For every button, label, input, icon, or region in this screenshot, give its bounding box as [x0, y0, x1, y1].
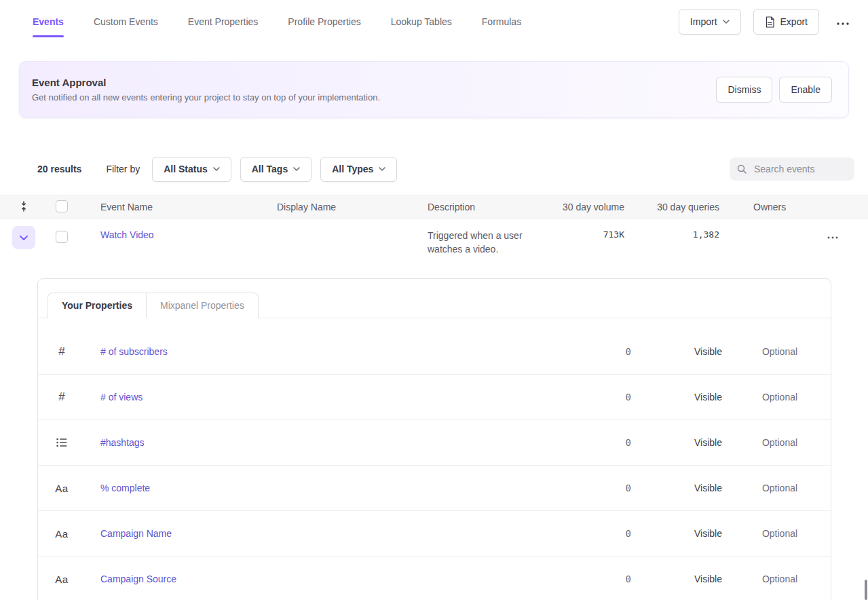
property-name-link[interactable]: Campaign Name	[100, 528, 172, 539]
list-type-icon	[56, 438, 67, 447]
property-visibility: Visible	[631, 437, 729, 448]
text-type-icon: Aa	[55, 528, 68, 540]
export-csv-icon	[765, 16, 775, 28]
tab-profile-properties[interactable]: Profile Properties	[288, 16, 360, 27]
column-header-description[interactable]: Description	[403, 202, 532, 212]
property-requirement: Optional	[729, 346, 831, 357]
filter-row: 20 results Filter by All Status All Tags…	[37, 156, 854, 182]
chevron-down-icon	[20, 236, 28, 240]
number-type-icon: #	[58, 345, 64, 358]
property-name-link[interactable]: Campaign Source	[100, 574, 176, 584]
tags-filter-label: All Tags	[252, 164, 288, 174]
text-type-icon: Aa	[55, 574, 68, 585]
tab-mixpanel-properties[interactable]: Mixpanel Properties	[146, 293, 258, 318]
import-button-label: Import	[690, 16, 717, 27]
types-filter-dropdown[interactable]: All Types	[320, 157, 397, 182]
import-button[interactable]: Import	[679, 9, 741, 35]
banner-text: Event Approval Get notified on all new e…	[32, 77, 380, 102]
results-count: 20 results	[37, 164, 81, 174]
search-icon	[736, 164, 747, 174]
queries-cell: 1,382	[624, 219, 719, 240]
property-requirement: Optional	[729, 392, 831, 402]
list-item: Aa Campaign Source 0 Visible Optional	[38, 557, 831, 600]
collapse-row-button[interactable]	[12, 226, 35, 249]
select-all-checkbox[interactable]	[56, 200, 68, 212]
tab-custom-events[interactable]: Custom Events	[94, 16, 158, 27]
row-checkbox[interactable]	[56, 231, 68, 243]
display-name-cell	[252, 219, 403, 229]
banner-actions: Dismiss Enable	[716, 77, 832, 102]
banner-subtitle: Get notified on all new events entering …	[32, 92, 380, 102]
property-name-link[interactable]: % complete	[100, 483, 150, 493]
search-events-input[interactable]	[753, 163, 848, 175]
property-name-link[interactable]: #hashtags	[100, 437, 145, 448]
column-header-queries[interactable]: 30 day queries	[624, 202, 719, 212]
property-count: 0	[566, 574, 631, 584]
collapse-all-button[interactable]	[18, 201, 29, 212]
chevron-down-icon	[379, 167, 385, 171]
ellipsis-icon	[827, 236, 838, 239]
filter-by-label: Filter by	[106, 164, 140, 174]
top-nav: Events Custom Events Event Properties Pr…	[0, 0, 868, 43]
property-visibility: Visible	[631, 528, 729, 539]
column-header-owners[interactable]: Owners	[719, 202, 797, 212]
description-cell: Triggered when a user watches a video.	[403, 219, 532, 256]
property-requirement: Optional	[729, 574, 831, 584]
chevron-down-icon	[723, 20, 730, 24]
tab-your-properties[interactable]: Your Properties	[48, 293, 146, 318]
tab-events[interactable]: Events	[33, 16, 64, 27]
search-box	[730, 157, 854, 181]
chevron-down-icon	[293, 167, 300, 171]
nav-tabs: Events Custom Events Event Properties Pr…	[33, 16, 521, 27]
list-item: # # of subscribers 0 Visible Optional	[38, 329, 831, 375]
column-header-display-name[interactable]: Display Name	[252, 202, 403, 212]
property-requirement: Optional	[729, 528, 831, 539]
properties-tabbar: Your Properties Mixpanel Properties	[38, 279, 831, 318]
tab-formulas[interactable]: Formulas	[482, 16, 521, 27]
chevron-down-icon	[213, 167, 220, 171]
more-options-button[interactable]	[831, 17, 854, 27]
table-row: Watch Video Triggered when a user watche…	[0, 219, 868, 261]
event-name-link[interactable]: Watch Video	[100, 229, 154, 240]
row-more-button[interactable]	[822, 231, 844, 241]
property-visibility: Visible	[631, 392, 729, 402]
table-header: Event Name Display Name Description 30 d…	[0, 195, 868, 219]
status-filter-dropdown[interactable]: All Status	[152, 157, 231, 182]
event-approval-banner: Event Approval Get notified on all new e…	[19, 61, 849, 118]
ellipsis-icon	[837, 22, 849, 25]
tab-lookup-tables[interactable]: Lookup Tables	[391, 16, 452, 27]
scrollbar-thumb[interactable]	[865, 580, 867, 600]
column-header-volume[interactable]: 30 day volume	[532, 202, 624, 212]
properties-list: # # of subscribers 0 Visible Optional # …	[38, 318, 831, 600]
dismiss-button[interactable]: Dismiss	[716, 77, 772, 102]
list-item: Aa Campaign Name 0 Visible Optional	[38, 511, 831, 557]
property-name-link[interactable]: # of views	[100, 392, 143, 402]
property-count: 0	[566, 483, 631, 493]
property-count: 0	[566, 392, 631, 402]
export-button-label: Export	[780, 16, 808, 27]
list-item: Aa % complete 0 Visible Optional	[38, 466, 831, 511]
property-name-link[interactable]: # of subscribers	[100, 346, 168, 357]
list-item: # # of views 0 Visible Optional	[38, 375, 831, 420]
status-filter-label: All Status	[164, 164, 208, 174]
tab-event-properties[interactable]: Event Properties	[188, 16, 259, 27]
property-requirement: Optional	[729, 483, 831, 493]
property-visibility: Visible	[631, 574, 729, 584]
property-requirement: Optional	[729, 437, 831, 448]
property-count: 0	[566, 346, 631, 357]
property-count: 0	[566, 437, 631, 448]
property-count: 0	[566, 528, 631, 539]
property-visibility: Visible	[631, 346, 729, 357]
column-header-event-name[interactable]: Event Name	[76, 202, 252, 212]
volume-cell: 713K	[532, 219, 624, 240]
property-visibility: Visible	[631, 483, 729, 493]
text-type-icon: Aa	[55, 483, 68, 494]
banner-title: Event Approval	[32, 77, 380, 88]
enable-button[interactable]: Enable	[779, 77, 832, 102]
export-button[interactable]: Export	[753, 9, 819, 35]
tags-filter-dropdown[interactable]: All Tags	[240, 157, 312, 182]
properties-tab-group: Your Properties Mixpanel Properties	[48, 293, 259, 318]
list-item: #hashtags 0 Visible Optional	[38, 420, 831, 466]
types-filter-label: All Types	[332, 164, 373, 174]
nav-actions: Import Export	[679, 9, 854, 35]
